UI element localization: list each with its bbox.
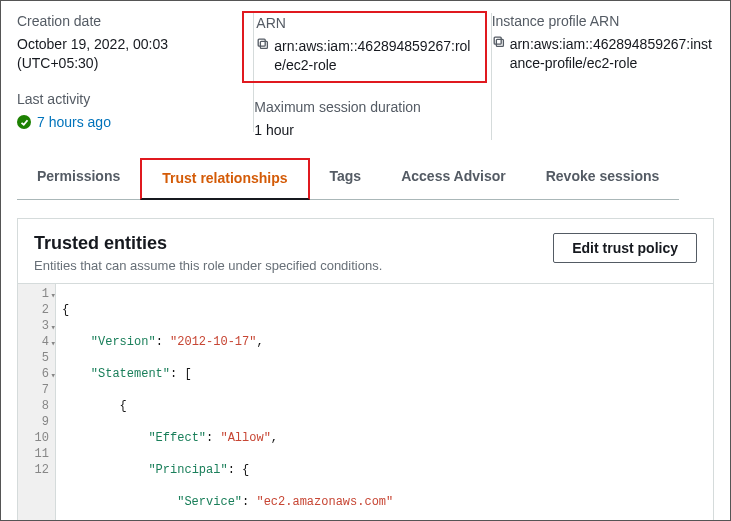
- arn-label: ARN: [256, 15, 474, 31]
- instance-profile-arn-label: Instance profile ARN: [492, 13, 714, 29]
- copy-icon[interactable]: [492, 35, 506, 54]
- tab-access-advisor[interactable]: Access Advisor: [381, 158, 526, 200]
- max-session-label: Maximum session duration: [254, 99, 476, 115]
- instance-profile-arn-value: arn:aws:iam::462894859267:instance-profi…: [510, 35, 714, 73]
- creation-date-label: Creation date: [17, 13, 239, 29]
- arn-value: arn:aws:iam::462894859267:role/ec2-role: [274, 37, 474, 75]
- policy-editor[interactable]: 1▾ 2 3▾ 4▾ 5 6▾ 7 8 9 10 11 12 { "Versio…: [18, 283, 713, 521]
- last-activity-label: Last activity: [17, 91, 239, 107]
- copy-icon[interactable]: [256, 37, 270, 56]
- tabs: Permissions Trust relationships Tags Acc…: [1, 146, 730, 200]
- editor-code[interactable]: { "Version": "2012-10-17", "Statement": …: [56, 284, 713, 521]
- creation-date-value: October 19, 2022, 00:03 (UTC+05:30): [17, 35, 239, 73]
- edit-trust-policy-button[interactable]: Edit trust policy: [553, 233, 697, 263]
- success-icon: [17, 115, 31, 129]
- panel-subtitle: Entities that can assume this role under…: [34, 258, 382, 273]
- panel-title: Trusted entities: [34, 233, 382, 254]
- tab-trust-relationships[interactable]: Trust relationships: [140, 158, 309, 200]
- svg-rect-0: [261, 41, 268, 48]
- tab-revoke-sessions[interactable]: Revoke sessions: [526, 158, 680, 200]
- trusted-entities-panel: Trusted entities Entities that can assum…: [17, 218, 714, 521]
- tab-tags[interactable]: Tags: [310, 158, 382, 200]
- last-activity-value[interactable]: 7 hours ago: [37, 113, 111, 132]
- svg-rect-3: [494, 37, 501, 44]
- svg-rect-1: [259, 39, 266, 46]
- tab-permissions[interactable]: Permissions: [17, 158, 140, 200]
- arn-highlight: ARN arn:aws:iam::462894859267:role/ec2-r…: [242, 11, 486, 83]
- editor-gutter: 1▾ 2 3▾ 4▾ 5 6▾ 7 8 9 10 11 12: [18, 284, 56, 521]
- max-session-value: 1 hour: [254, 121, 476, 140]
- svg-rect-2: [496, 39, 503, 46]
